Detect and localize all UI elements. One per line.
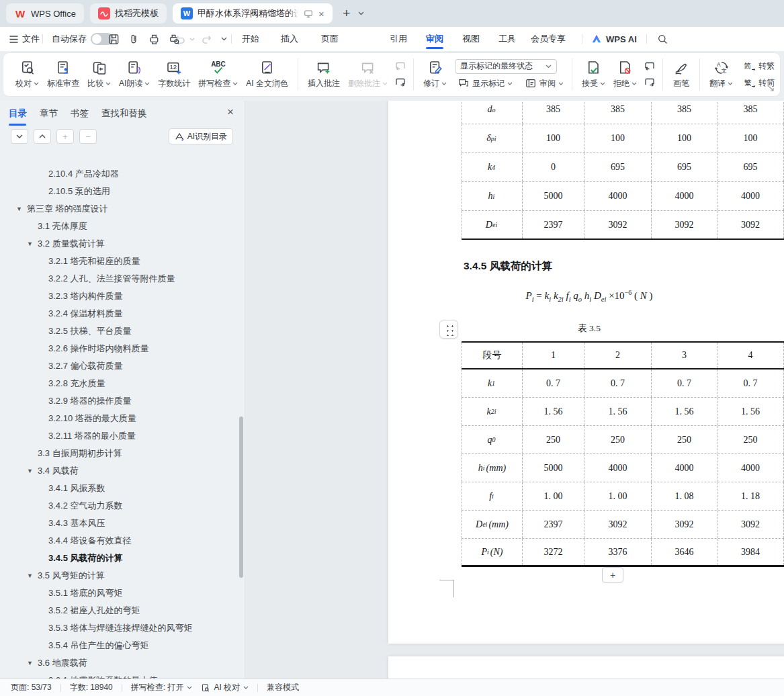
menu-tab-page[interactable]: 页面: [321, 27, 339, 51]
close-sidebar-icon[interactable]: ×: [227, 106, 234, 118]
value-cell[interactable]: 250: [523, 426, 584, 453]
toc-item[interactable]: 3.4.5 风载荷的计算: [0, 550, 239, 567]
collapse-triangle-icon[interactable]: ▼: [27, 660, 38, 666]
value-cell[interactable]: 3376: [584, 539, 652, 565]
toc-item[interactable]: 3.1 壳体厚度: [0, 218, 239, 235]
ai-read-aloud-button[interactable]: AI朗读: [115, 58, 154, 91]
toc-item[interactable]: 3.2.10 塔器的最大质量: [0, 410, 239, 427]
menu-tab-membership[interactable]: 会员专享: [531, 27, 566, 51]
wps-ai-button[interactable]: WPS AI: [591, 27, 637, 51]
search-icon[interactable]: [657, 34, 668, 45]
row-label-cell[interactable]: fi: [462, 482, 523, 510]
next-revision-icon[interactable]: [642, 76, 657, 89]
toc-item[interactable]: 3.5.2 裙座人孔处的弯矩: [0, 602, 239, 619]
standard-check-button[interactable]: 标准审查: [43, 58, 83, 91]
value-cell[interactable]: 5000: [523, 182, 584, 210]
value-cell[interactable]: 695: [717, 153, 784, 181]
toc-item[interactable]: 3.5.1 塔底的风弯矩: [0, 584, 239, 602]
value-cell[interactable]: 3092: [717, 511, 784, 538]
wind-load-formula[interactable]: Pi = ki k2i fi qo hi Dei ×10−6 ( N: [462, 289, 717, 303]
table-drag-handle[interactable]: [439, 320, 458, 339]
header-cell[interactable]: 1: [523, 343, 584, 368]
value-cell[interactable]: 250: [652, 426, 717, 453]
add-table-row-button[interactable]: +: [602, 567, 623, 582]
value-cell[interactable]: 3272: [523, 539, 584, 565]
ink-brush-button[interactable]: 画笔: [668, 58, 694, 91]
toc-item[interactable]: 3.2.4 保温材料质量: [0, 305, 239, 322]
toc-item[interactable]: 3.2.2 人孔、法兰接管等附件质量: [0, 270, 239, 288]
previous-revision-icon[interactable]: [642, 60, 657, 73]
next-document-page[interactable]: [388, 656, 784, 679]
toc-previous-button[interactable]: [34, 129, 51, 144]
tab-wps-office[interactable]: W WPS Office: [6, 3, 84, 24]
toc-item[interactable]: 3.2.6 操作时塔内物料质量: [0, 340, 239, 357]
toc-item[interactable]: 3.3 自振周期初步计算: [0, 445, 239, 462]
header-cell[interactable]: 4: [717, 343, 784, 368]
toc-item[interactable]: 3.4.2 空气动力系数: [0, 497, 239, 515]
word-count-indicator[interactable]: 字数: 18940: [70, 682, 113, 693]
toc-item[interactable]: 3.2.7 偏心载荷质量: [0, 357, 239, 375]
next-comment-icon[interactable]: [393, 76, 408, 89]
header-cell[interactable]: 2: [584, 343, 652, 368]
value-cell[interactable]: 4000: [717, 454, 784, 482]
row-label-cell[interactable]: δpi: [462, 124, 523, 153]
value-cell[interactable]: 3984: [717, 539, 784, 565]
toc-item[interactable]: ▼ 3.2 质量载荷计算: [0, 235, 239, 253]
value-cell[interactable]: 1. 00: [584, 482, 652, 510]
value-cell[interactable]: 695: [652, 153, 717, 181]
sidebar-tab[interactable]: 章节: [40, 107, 58, 126]
value-cell[interactable]: 4000: [584, 454, 652, 482]
value-cell[interactable]: 4000: [652, 454, 717, 482]
value-cell[interactable]: 1. 56: [652, 398, 717, 425]
toc-item[interactable]: 3.4.3 基本风压: [0, 515, 239, 532]
value-cell[interactable]: 1. 56: [523, 398, 584, 425]
insert-comment-button[interactable]: 插入批注: [304, 58, 344, 91]
close-tab-icon[interactable]: ×: [318, 8, 324, 19]
accept-revision-button[interactable]: 接受: [578, 58, 609, 91]
row-label-cell[interactable]: k2i: [462, 398, 523, 425]
toc-item[interactable]: ▼ 3.6 地震载荷: [0, 654, 239, 672]
toc-item[interactable]: 3.2.5 扶梯、平台质量: [0, 322, 239, 340]
value-cell[interactable]: 0. 7: [584, 369, 652, 397]
value-cell[interactable]: 3646: [652, 539, 717, 565]
proofread-button[interactable]: 校对: [11, 58, 43, 91]
value-cell[interactable]: 3092: [584, 211, 652, 238]
document-page[interactable]: do 385 385 385 385 δpi 100 100 100 100 k…: [388, 101, 784, 644]
toc-item[interactable]: 2.10.5 泵的选用: [0, 183, 239, 200]
spell-check-button[interactable]: ABC 拼写检查: [194, 58, 242, 91]
toc-item[interactable]: 3.5.4 吊住产生的偏心弯矩: [0, 637, 239, 654]
sidebar-tab[interactable]: 查找和替换: [101, 107, 147, 126]
toc-expand-button[interactable]: +: [56, 129, 74, 144]
value-cell[interactable]: 4000: [652, 182, 717, 210]
more-commands-chevron-icon[interactable]: [221, 37, 227, 41]
table-caption[interactable]: 表 3.5: [462, 322, 717, 335]
word-count-button[interactable]: 12 字数统计: [154, 58, 194, 91]
value-cell[interactable]: 1. 08: [652, 482, 717, 510]
toc-item[interactable]: 3.2.1 塔壳和裙座的质量: [0, 253, 239, 270]
review-pane-button[interactable]: 审阅: [522, 77, 566, 91]
menu-tab-insert[interactable]: 插入: [281, 27, 298, 51]
markup-state-dropdown[interactable]: 显示标记的最终状态: [455, 59, 557, 74]
value-cell[interactable]: 3092: [717, 211, 784, 238]
tab-document[interactable]: W 甲醇水体系浮阀精馏塔的设计 ×: [173, 3, 333, 24]
value-cell[interactable]: 100: [523, 124, 584, 153]
toc-item[interactable]: 3.2.3 塔内构件质量: [0, 288, 239, 305]
save-icon[interactable]: [107, 33, 120, 46]
row-label-cell[interactable]: q0: [462, 426, 523, 453]
tab-list-chevron-icon[interactable]: [358, 11, 364, 15]
value-cell[interactable]: 1. 18: [717, 482, 784, 510]
to-traditional-button[interactable]: 简 转繁: [740, 59, 777, 73]
file-menu-button[interactable]: 文件: [9, 27, 40, 51]
menu-tab-review[interactable]: 审阅: [426, 27, 443, 51]
value-cell[interactable]: 3092: [652, 211, 717, 238]
value-cell[interactable]: 695: [584, 153, 652, 181]
value-cell[interactable]: 0. 7: [652, 369, 717, 397]
toc-item[interactable]: 3.6.1 地震影响系数的最大值: [0, 672, 239, 679]
value-cell[interactable]: 385: [523, 101, 584, 124]
value-cell[interactable]: 1. 56: [717, 398, 784, 425]
value-cell[interactable]: 2397: [523, 511, 584, 538]
toc-item[interactable]: 3.4.1 风振系数: [0, 480, 239, 497]
collapse-triangle-icon[interactable]: ▼: [27, 241, 38, 247]
export-pdf-icon[interactable]: [128, 33, 140, 46]
value-cell[interactable]: 2397: [523, 211, 584, 238]
